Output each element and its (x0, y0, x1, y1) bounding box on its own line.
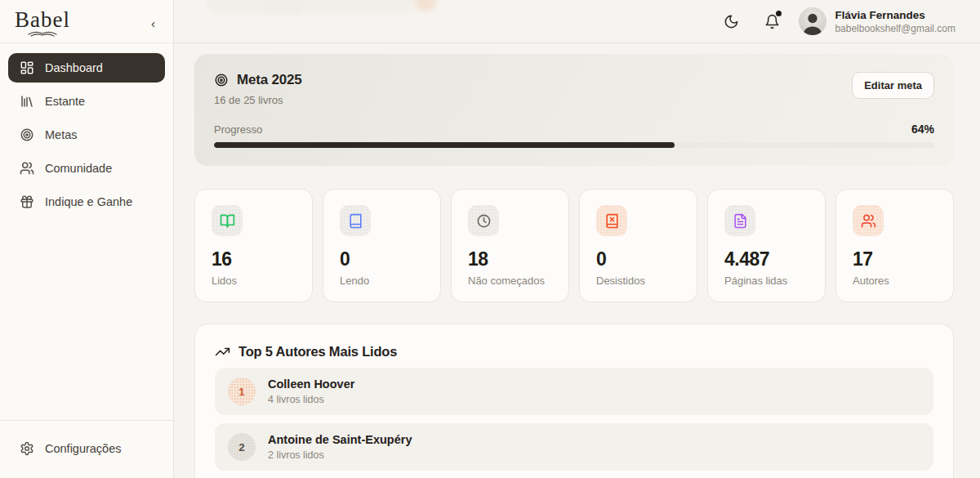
top-authors-title: Top 5 Autores Mais Lidos (238, 344, 397, 360)
sidebar-item-estante[interactable]: Estante (8, 87, 165, 116)
stat-label: Desistidos (596, 275, 680, 287)
sidebar-item-configuracoes[interactable]: Configurações (8, 434, 165, 463)
goal-info: Meta 2025 16 de 25 livros (214, 72, 301, 106)
progress-percent: 64% (911, 123, 934, 136)
sidebar: Babel ‹ Dashboard Estante Metas (0, 0, 174, 478)
progress-label: Progresso (214, 123, 262, 136)
stat-label: Páginas lidas (724, 275, 808, 287)
sidebar-item-label: Indique e Ganhe (45, 195, 132, 208)
gift-icon (20, 194, 34, 209)
gear-icon (20, 441, 34, 456)
stat-label: Não começados (468, 275, 552, 287)
trending-up-icon (215, 344, 230, 360)
book-open-icon (212, 205, 243, 236)
users-icon (20, 161, 34, 176)
main-area: Flávia Fernandes babelbookshelf@gmail.co… (174, 0, 980, 478)
stat-label: Lendo (340, 275, 424, 287)
target-icon (20, 127, 34, 142)
stats-grid: 16 Lidos 0 Lendo 18 Não começados (194, 189, 954, 302)
sidebar-header: Babel ‹ (0, 0, 173, 43)
stat-card-paginas-lidas: 4.487 Páginas lidas (707, 189, 826, 302)
user-email: babelbookshelf@gmail.com (835, 23, 956, 34)
sidebar-item-label: Estante (45, 95, 85, 108)
author-name: Antoine de Saint-Exupéry (268, 433, 412, 446)
notifications-button[interactable] (758, 7, 786, 35)
sidebar-item-label: Comunidade (45, 162, 112, 175)
file-text-icon (724, 205, 755, 236)
author-info: Colleen Hoover 4 livros lidos (268, 377, 354, 405)
avatar (799, 7, 826, 35)
app-logo-text: Babel (15, 8, 70, 31)
sidebar-item-label: Configurações (45, 442, 122, 455)
stat-label: Autores (853, 275, 937, 287)
goal-progress-fill (214, 142, 675, 148)
stat-card-lendo: 0 Lendo (323, 189, 441, 302)
stat-value: 0 (596, 248, 680, 270)
topbar: Flávia Fernandes babelbookshelf@gmail.co… (174, 0, 980, 43)
stat-value: 17 (853, 248, 937, 270)
author-name: Colleen Hoover (268, 377, 354, 391)
scrolled-content-ghost (260, 0, 415, 15)
rank-badge: 2 (228, 433, 256, 461)
open-book-logo-icon (27, 30, 58, 38)
goal-subtitle: 16 de 25 livros (214, 94, 301, 106)
author-books-count: 2 livros lidos (268, 449, 412, 461)
book-icon (340, 205, 371, 236)
user-name: Flávia Fernandes (835, 9, 956, 21)
sidebar-item-label: Metas (45, 128, 78, 141)
stat-card-autores: 17 Autores (835, 189, 954, 302)
stat-card-lidos: 16 Lidos (194, 189, 313, 302)
stat-value: 16 (212, 248, 296, 270)
sidebar-item-indique-e-ganhe[interactable]: Indique e Ganhe (8, 187, 165, 217)
stat-value: 4.487 (724, 248, 808, 270)
stat-card-desistidos: 0 Desistidos (579, 189, 697, 302)
sidebar-item-metas[interactable]: Metas (8, 120, 165, 150)
stat-label: Lidos (212, 275, 296, 287)
scrolled-content-ghost (415, 0, 436, 11)
notification-dot (776, 11, 782, 16)
app-logo: Babel (15, 8, 70, 38)
edit-goal-button[interactable]: Editar meta (852, 72, 934, 99)
dark-mode-toggle[interactable] (717, 7, 745, 35)
book-x-icon (596, 205, 627, 236)
stat-value: 18 (468, 248, 552, 270)
author-info: Antoine de Saint-Exupéry 2 livros lidos (268, 433, 412, 461)
dashboard-content: Meta 2025 16 de 25 livros Editar meta Pr… (174, 43, 980, 478)
user-menu[interactable]: Flávia Fernandes babelbookshelf@gmail.co… (799, 7, 956, 35)
sidebar-nav: Dashboard Estante Metas Comunidade Indiq… (0, 43, 173, 217)
goal-progress: Progresso 64% (214, 123, 934, 148)
sidebar-item-dashboard[interactable]: Dashboard (8, 53, 165, 83)
author-books-count: 4 livros lidos (268, 394, 354, 405)
sidebar-collapse-button[interactable]: ‹ (146, 14, 160, 33)
sidebar-item-comunidade[interactable]: Comunidade (8, 154, 165, 183)
goal-title: Meta 2025 (237, 72, 301, 88)
rank-badge: 1 (228, 377, 256, 405)
moon-icon (724, 14, 739, 29)
sidebar-footer: Configurações (0, 420, 173, 478)
author-list-item[interactable]: 2 Antoine de Saint-Exupéry 2 livros lido… (215, 423, 933, 471)
scrolled-content-ghost (207, 0, 305, 15)
author-list-item[interactable]: 1 Colleen Hoover 4 livros lidos (215, 368, 933, 415)
stat-card-nao-comecados: 18 Não começados (451, 189, 569, 302)
library-icon (20, 94, 34, 109)
reading-goal-card: Meta 2025 16 de 25 livros Editar meta Pr… (194, 54, 954, 166)
dashboard-grid-icon (20, 60, 34, 75)
sidebar-spacer (0, 217, 173, 420)
stat-value: 0 (340, 248, 424, 270)
target-icon (214, 73, 229, 87)
users-icon (853, 205, 884, 236)
user-meta: Flávia Fernandes babelbookshelf@gmail.co… (835, 9, 956, 34)
goal-progress-bar (214, 142, 934, 148)
top-authors-card: Top 5 Autores Mais Lidos 1 Colleen Hoove… (194, 324, 954, 478)
sidebar-item-label: Dashboard (45, 61, 103, 74)
clock-icon (468, 205, 499, 236)
